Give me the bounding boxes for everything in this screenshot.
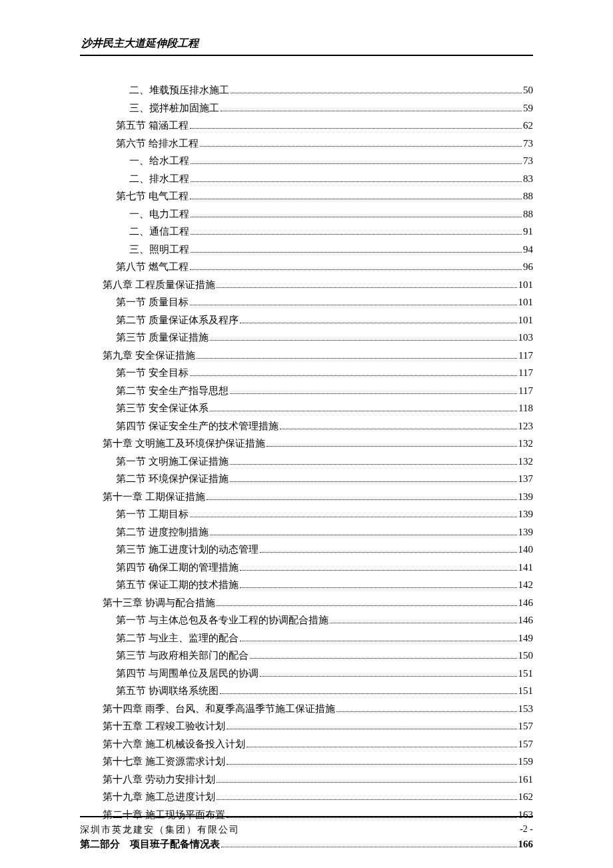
toc-entry-title: 第一节 质量目标 xyxy=(116,293,189,311)
toc-entry-page: 88 xyxy=(523,205,533,223)
toc-entry-page: 96 xyxy=(523,258,533,276)
toc-leader-dots xyxy=(240,641,517,641)
toc-leader-dots xyxy=(191,163,522,164)
toc-entry: 第三节 施工进度计划的动态管理140 xyxy=(103,541,533,559)
toc-entry-title: 第二部分 项目班子配备情况表 xyxy=(80,835,220,853)
toc-entry-page: 117 xyxy=(518,382,533,400)
toc-entry-page: 88 xyxy=(523,187,533,205)
toc-entry: 第一节 安全目标117 xyxy=(103,364,533,382)
toc-entry: 一、电力工程88 xyxy=(103,205,533,223)
toc-entry-title: 第八章 工程质量保证措施 xyxy=(103,276,215,294)
toc-entry-title: 一、给水工程 xyxy=(129,152,189,170)
toc-entry-title: 三、照明工程 xyxy=(129,241,189,259)
toc-entry-page: 161 xyxy=(518,771,534,789)
toc-entry-page: 166 xyxy=(518,835,534,853)
toc-leader-dots xyxy=(336,711,517,712)
toc-entry-page: 101 xyxy=(518,276,534,294)
toc-entry-page: 117 xyxy=(518,364,533,382)
toc-entry-title: 第一节 与主体总包及各专业工程的协调配合措施 xyxy=(116,611,328,629)
toc-entry: 第十七章 施工资源需求计划159 xyxy=(103,753,533,771)
toc-entry-page: 157 xyxy=(518,717,534,735)
toc-entry-page: 94 xyxy=(523,241,533,259)
toc-entry: 第一节 与主体总包及各专业工程的协调配合措施146 xyxy=(103,611,533,629)
toc-entry-title: 第三节 施工进度计划的动态管理 xyxy=(116,541,259,559)
toc-entry-page: 137 xyxy=(518,470,534,488)
toc-entry: 第九章 安全保证措施117 xyxy=(103,347,533,365)
toc-entry: 第八节 燃气工程96 xyxy=(103,258,533,276)
toc-entry-title: 第五节 箱涵工程 xyxy=(116,117,189,135)
toc-entry-title: 第十七章 施工资源需求计划 xyxy=(103,753,225,771)
toc-leader-dots xyxy=(190,305,517,305)
toc-entry: 第二部分 项目班子配备情况表166 xyxy=(80,835,533,853)
toc-entry-title: 第十四章 雨季、台风、和夏季高温季节施工保证措施 xyxy=(103,700,335,718)
toc-leader-dots xyxy=(230,393,517,394)
toc-entry-title: 第十五章 工程竣工验收计划 xyxy=(103,717,225,735)
toc-entry: 第十一章 工期保证措施139 xyxy=(103,488,533,506)
toc-entry-title: 第五节 协调联络系统图 xyxy=(116,682,219,700)
toc-leader-dots xyxy=(191,252,522,253)
toc-leader-dots xyxy=(191,181,522,182)
toc-entry-title: 第三节 质量保证措施 xyxy=(116,329,209,347)
toc-leader-dots xyxy=(267,446,517,447)
toc-entry-title: 第二节 质量保证体系及程序 xyxy=(116,311,239,329)
toc-leader-dots xyxy=(210,535,517,535)
toc-entry: 第二节 进度控制措施139 xyxy=(103,523,533,541)
toc-entry-page: 139 xyxy=(518,488,534,506)
footer-divider xyxy=(80,816,533,817)
toc-entry: 一、给水工程73 xyxy=(103,152,533,170)
toc-entry-title: 第三节 安全保证体系 xyxy=(116,399,209,417)
toc-entry: 第十八章 劳动力安排计划161 xyxy=(103,771,533,789)
toc-entry-page: 123 xyxy=(518,417,534,435)
toc-entry-title: 第二节 进度控制措施 xyxy=(116,523,209,541)
toc-leader-dots xyxy=(227,764,517,765)
toc-entry-title: 第十三章 协调与配合措施 xyxy=(103,594,215,612)
toc-entry-title: 二、通信工程 xyxy=(129,223,189,241)
toc-entry: 第二节 质量保证体系及程序101 xyxy=(103,311,533,329)
toc-entry-page: 140 xyxy=(518,541,534,559)
toc-entry-title: 第十八章 劳动力安排计划 xyxy=(103,771,215,789)
toc-entry: 三、搅拌桩加固施工59 xyxy=(103,99,533,117)
toc-entry: 第一节 工期目标139 xyxy=(103,505,533,523)
toc-entry: 第二节 安全生产指导思想117 xyxy=(103,382,533,400)
toc-entry-title: 第八节 燃气工程 xyxy=(116,258,189,276)
toc-entry-title: 第五节 保证工期的技术措施 xyxy=(116,576,239,594)
toc-entry-page: 103 xyxy=(518,329,534,347)
toc-entry: 三、照明工程94 xyxy=(103,241,533,259)
toc-entry-title: 第十章 文明施工及环境保护保证措施 xyxy=(103,435,265,453)
toc-entry-page: 101 xyxy=(518,311,534,329)
toc-entry: 第七节 电气工程88 xyxy=(103,187,533,205)
toc-leader-dots xyxy=(217,287,517,288)
toc-entry: 第二节 环境保护保证措施137 xyxy=(103,470,533,488)
toc-entry-page: 150 xyxy=(518,647,534,665)
toc-leader-dots xyxy=(230,481,517,482)
toc-entry-page: 139 xyxy=(518,523,534,541)
toc-leader-dots xyxy=(210,411,517,411)
toc-entry-page: 142 xyxy=(518,576,534,594)
toc-entry-page: 132 xyxy=(518,453,534,471)
toc-entry-title: 二、排水工程 xyxy=(129,170,189,188)
toc-leader-dots xyxy=(191,234,522,235)
toc-entry-page: 59 xyxy=(523,99,533,117)
table-of-contents: 二、堆载预压排水施工50三、搅拌桩加固施工59第五节 箱涵工程62第六节 给排水… xyxy=(80,81,533,853)
toc-entry-page: 153 xyxy=(518,700,534,718)
toc-leader-dots xyxy=(190,517,517,517)
toc-entry-title: 第四节 与周围单位及居民的协调 xyxy=(116,665,259,683)
toc-leader-dots xyxy=(190,269,522,270)
toc-entry: 第十五章 工程竣工验收计划157 xyxy=(103,717,533,735)
toc-entry-page: 146 xyxy=(518,594,534,612)
toc-entry-title: 第二节 安全生产指导思想 xyxy=(116,382,229,400)
toc-entry-page: 159 xyxy=(518,753,534,771)
toc-leader-dots xyxy=(280,429,517,429)
toc-leader-dots xyxy=(217,799,517,800)
toc-entry-title: 第四节 保证安全生产的技术管理措施 xyxy=(116,417,279,435)
toc-entry: 第三节 安全保证体系118 xyxy=(103,399,533,417)
toc-entry-page: 162 xyxy=(518,788,534,806)
toc-entry: 二、排水工程83 xyxy=(103,170,533,188)
toc-entry-page: 141 xyxy=(518,559,534,577)
toc-entry: 第四节 与周围单位及居民的协调151 xyxy=(103,665,533,683)
toc-entry-page: 101 xyxy=(518,293,534,311)
toc-entry-page: 117 xyxy=(518,347,533,365)
toc-entry-title: 第一节 文明施工保证措施 xyxy=(116,453,229,471)
toc-leader-dots xyxy=(221,847,517,847)
toc-leader-dots xyxy=(240,570,517,571)
